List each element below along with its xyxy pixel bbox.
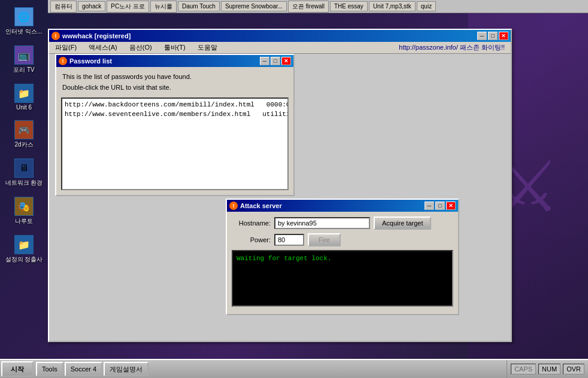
password-title-buttons: ─ □ ✕	[260, 57, 291, 65]
password-list-box[interactable]: http://www.backdoorteens.com/memibill/in…	[61, 97, 289, 190]
wwwhack-icon: !	[51, 32, 60, 40]
power-label: Power:	[232, 236, 271, 243]
game-icon: 🎮	[14, 120, 34, 139]
attack-terminal: Waiting for target lock.	[232, 250, 453, 307]
menu-access[interactable]: 액세스(A)	[85, 42, 121, 53]
naruto-icon: 🎭	[14, 197, 34, 216]
password-minimize-btn[interactable]: ─	[260, 57, 269, 65]
taskbar-tray: CAPS NUM OVR	[507, 360, 588, 378]
wwwhack-window: ! wwwhack [registered] ─ □ ✕ 파일(F) 액세스(A…	[48, 29, 512, 342]
top-tab-unit[interactable]: Unit 7,mp3,stk	[369, 1, 416, 11]
password-titlebar[interactable]: ! Password list ─ □ ✕	[56, 55, 293, 67]
pw-creds-2: utilities:utilities	[262, 111, 289, 118]
attack-window: ! Attack server ─ □ ✕ Hostname: Acquire …	[226, 199, 459, 315]
password-window: ! Password list ─ □ ✕ This is the list o…	[55, 54, 295, 196]
desktop-icon-2dcas[interactable]: 🎮 2d카스	[2, 118, 46, 151]
caps-badge: CAPS	[511, 364, 536, 374]
wwwhack-menubar: 파일(F) 액세스(A) 음선(O) 툴바(T) 도움말 http://pass…	[49, 42, 511, 54]
network-icon-label: 네트워크 환경	[5, 179, 43, 187]
password-title-text: Password list	[69, 57, 112, 65]
pw-desc-line1: This is the list of passwords you have f…	[62, 72, 287, 83]
menu-toolbar[interactable]: 툴바(T)	[160, 42, 189, 53]
taskbar-item-soccer[interactable]: Soccer 4	[65, 362, 102, 376]
power-input[interactable]	[274, 234, 304, 246]
unit6-icon-label: Unit 6	[16, 104, 32, 111]
attack-maximize-btn[interactable]: □	[435, 202, 445, 210]
top-tab-daum[interactable]: Daum Touch	[178, 1, 220, 11]
attack-minimize-btn[interactable]: ─	[425, 202, 434, 210]
menu-help[interactable]: 도움말	[194, 42, 221, 53]
password-title-left: ! Password list	[59, 57, 112, 65]
naruto-icon-label: 나루토	[15, 217, 33, 225]
desktop-icon-network[interactable]: 🖥 네트워크 환경	[2, 156, 46, 190]
wwwhack-titlebar[interactable]: ! wwwhack [registered] ─ □ ✕	[49, 30, 511, 42]
top-tab-firewall[interactable]: 오픈 firewall	[288, 1, 329, 13]
folder-icon-label: 설정의 정출사	[5, 255, 43, 264]
wwwhack-maximize-btn[interactable]: □	[488, 32, 498, 40]
pw-entry-1[interactable]: http://www.backdoorteens.com/memibill/in…	[63, 100, 286, 109]
fire-button[interactable]: Fire	[308, 233, 341, 246]
start-button[interactable]: 시작	[1, 361, 34, 377]
menu-options[interactable]: 음선(O)	[126, 42, 156, 53]
hostname-label: Hostname:	[232, 220, 271, 227]
ovr-badge: OVR	[563, 364, 584, 374]
pw-url-2: http://www.seventeenlive.com/members/ind…	[65, 111, 250, 118]
menu-file[interactable]: 파일(F)	[51, 42, 80, 53]
top-tabs-bar: 컴퓨터 gohack PC노사 프로 뉴시롤 Daum Touch Suprem…	[48, 0, 588, 13]
top-tab-pcnosa[interactable]: PC노사 프로	[107, 1, 149, 13]
network-icon: 🖥	[14, 158, 34, 178]
attack-titlebar[interactable]: ! Attack server ─ □ ✕	[227, 200, 458, 212]
taskbar-item-game[interactable]: 게임설명서	[104, 362, 148, 376]
desktop-icon-unit6[interactable]: 📁 Unit 6	[2, 81, 46, 113]
status-url: http://passzone.info/ 패스존 화이팅!!	[395, 42, 508, 53]
game-icon-label: 2d카스	[14, 141, 33, 149]
desktop-icon-folder[interactable]: 📁 설정의 정출사	[2, 233, 46, 266]
attack-power-row: Power: Fire	[232, 233, 453, 246]
attack-title-text: Attack server	[240, 202, 282, 209]
taskbar: 시작 Tools Soccer 4 게임설명서 CAPS NUM OVR	[0, 359, 588, 378]
desktop-icon-naruto[interactable]: 🎭 나루토	[2, 194, 46, 228]
top-tab-supreme[interactable]: Supreme Snowboar...	[221, 1, 287, 11]
pw-creds-1: 0000:0705	[266, 101, 289, 108]
wwwhack-content: ! Password list ─ □ ✕ This is the list o…	[49, 54, 511, 341]
wwwhack-close-btn[interactable]: ✕	[499, 32, 508, 40]
attack-icon: !	[229, 202, 238, 210]
wwwhack-title-left: ! wwwhack [registered]	[51, 32, 131, 40]
attack-hostname-row: Hostname: Acquire target	[232, 217, 453, 230]
acquire-target-button[interactable]: Acquire target	[374, 217, 431, 230]
folder-icon: 📁	[14, 235, 34, 254]
attack-title-left: ! Attack server	[229, 202, 282, 210]
pw-url-1: http://www.backdoorteens.com/memibill/in…	[65, 101, 254, 108]
internet-icon: 🌐	[14, 7, 34, 26]
tv-icon-label: 포리 TV	[13, 66, 35, 74]
wwwhack-title-text: wwwhack [registered]	[62, 32, 131, 39]
password-maximize-btn[interactable]: □	[271, 57, 280, 65]
password-description: This is the list of passwords you have f…	[56, 67, 293, 97]
taskbar-items: Tools Soccer 4 게임설명서	[34, 362, 507, 376]
attack-title-buttons: ─ □ ✕	[425, 202, 456, 210]
wwwhack-title-buttons: ─ □ ✕	[477, 32, 508, 40]
internet-icon-label: 인터넷 익스...	[5, 28, 42, 36]
tv-icon: 📺	[14, 45, 34, 65]
top-tab-quiz[interactable]: quiz	[417, 1, 436, 11]
taskbar-item-tools[interactable]: Tools	[36, 362, 63, 376]
desktop-icon-tv[interactable]: 📺 포리 TV	[2, 43, 46, 77]
password-close-btn[interactable]: ✕	[281, 57, 291, 65]
top-tab-gohack[interactable]: gohack	[78, 1, 105, 11]
num-badge: NUM	[538, 364, 560, 374]
desktop-icon-internet[interactable]: 🌐 인터넷 익스...	[2, 5, 46, 38]
attack-content: Hostname: Acquire target Power: Fire Wai…	[227, 212, 458, 314]
pw-entry-2[interactable]: http://www.seventeenlive.com/members/ind…	[63, 109, 286, 119]
pw-desc-line2: Double-click the URL to visit that site.	[62, 83, 287, 93]
hostname-input[interactable]	[274, 217, 370, 229]
attack-close-btn[interactable]: ✕	[446, 202, 456, 210]
wwwhack-minimize-btn[interactable]: ─	[477, 32, 487, 40]
unit6-icon: 📁	[14, 84, 34, 103]
top-tab-essay[interactable]: THE essay	[330, 1, 368, 11]
top-tab-news[interactable]: 뉴시롤	[150, 1, 177, 13]
top-tab-computer[interactable]: 컴퓨터	[50, 1, 77, 13]
password-icon: !	[59, 57, 67, 65]
desktop-icons-area: 🌐 인터넷 익스... 📺 포리 TV 📁 Unit 6 🎮 2d카스 🖥 네트…	[0, 0, 48, 359]
terminal-status: Waiting for target lock.	[237, 255, 331, 262]
